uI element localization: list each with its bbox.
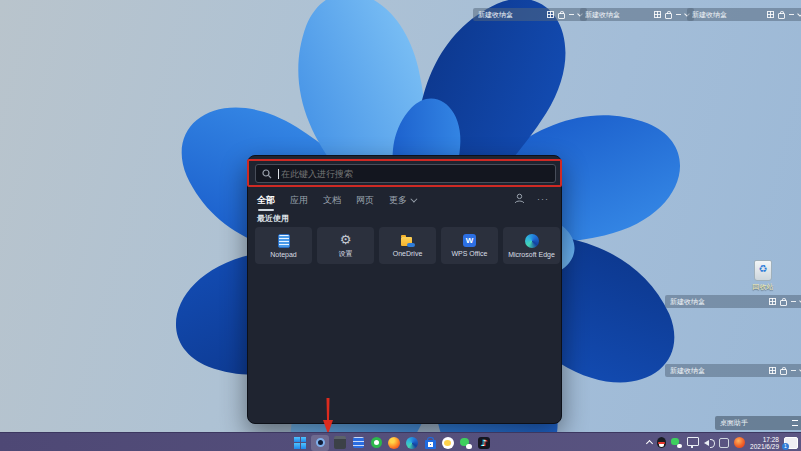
taskbar-search-button[interactable] (311, 435, 329, 451)
minimize-icon[interactable] (791, 301, 796, 302)
lock-icon[interactable] (665, 13, 672, 19)
grid-icon[interactable] (547, 11, 554, 18)
minimize-icon[interactable] (569, 14, 574, 15)
organizer-box-title: 新建收纳盒 (478, 10, 513, 20)
organizer-box-title: 新建收纳盒 (670, 297, 705, 307)
app-tile-edge[interactable]: Microsoft Edge (503, 227, 560, 264)
grid-icon[interactable] (769, 367, 776, 374)
system-tray: 17:28 2021/6/29 1 (647, 433, 798, 451)
app-tile-settings[interactable]: ⚙ 设置 (317, 227, 374, 264)
recycle-bin-icon (754, 260, 772, 281)
search-input[interactable] (281, 169, 521, 179)
tray-expand-chevron-icon[interactable] (646, 440, 653, 447)
taskbar-center-icons: ♪ (293, 434, 491, 451)
minimize-icon[interactable] (676, 14, 681, 15)
account-icon[interactable] (514, 193, 525, 204)
minimize-icon[interactable] (791, 370, 796, 371)
chevron-down-icon[interactable] (797, 11, 801, 17)
wps-icon: W (463, 234, 476, 247)
organizer-box-header[interactable]: 新建收纳盒 (473, 8, 587, 21)
organizer-box-header[interactable]: 新建收纳盒 (665, 364, 801, 377)
organizer-box-title: 新建收纳盒 (670, 366, 705, 376)
grid-icon[interactable] (769, 298, 776, 305)
recycle-bin-label: 回收站 (750, 282, 776, 292)
green-app-icon (371, 437, 382, 448)
notification-center-button[interactable]: 1 (784, 437, 798, 449)
microsoft-store-icon (425, 440, 436, 449)
section-title: 最近使用 (257, 213, 289, 224)
text-caret (278, 169, 279, 179)
app-tile-notepad[interactable]: Notepad (255, 227, 312, 264)
start-button[interactable] (293, 436, 307, 450)
documents-icon (353, 437, 364, 448)
clock-time: 17:28 (763, 436, 779, 443)
wechat-icon (460, 437, 472, 449)
grid-icon[interactable] (654, 11, 661, 18)
search-icon (316, 438, 325, 447)
chevron-down-icon (410, 196, 417, 203)
recycle-bin[interactable]: 回收站 (750, 260, 776, 292)
lock-icon[interactable] (780, 369, 787, 375)
taskbar-app-store[interactable] (423, 436, 437, 450)
360-icon[interactable] (734, 437, 745, 448)
app-label: 设置 (339, 249, 353, 259)
taskbar-app-firefox[interactable] (387, 436, 401, 450)
edge-icon (406, 437, 418, 449)
tab-apps[interactable]: 应用 (290, 194, 308, 207)
taskbar-app-wechat[interactable] (459, 436, 473, 450)
taskbar-clock[interactable]: 17:28 2021/6/29 (750, 436, 779, 450)
organizer-box-title: 新建收纳盒 (692, 10, 727, 20)
desktop-assistant-bar[interactable]: 桌面助手 (715, 416, 801, 430)
taskbar-app-documents[interactable] (351, 436, 365, 450)
lock-icon[interactable] (558, 13, 565, 19)
taskbar-app-edge[interactable] (405, 436, 419, 450)
yellow-app-icon (442, 437, 454, 449)
tab-web[interactable]: 网页 (356, 194, 374, 207)
task-view-icon (334, 436, 346, 449)
annotation-arrow (321, 398, 335, 434)
minimize-icon[interactable] (789, 14, 794, 15)
app-tile-onedrive[interactable]: OneDrive (379, 227, 436, 264)
clock-date: 2021/6/29 (750, 443, 779, 450)
douyin-icon: ♪ (478, 437, 490, 449)
tab-more[interactable]: 更多 (389, 194, 415, 207)
windows-start-icon (294, 437, 306, 449)
edge-icon (525, 234, 539, 248)
taskbar: ♪ 17:28 2021/6/29 1 (0, 432, 801, 451)
more-options-icon[interactable]: ··· (537, 196, 549, 202)
search-panel: 全部 应用 文档 网页 更多 ··· 最近使用 Notepad ⚙ 设置 (247, 155, 562, 424)
tab-all[interactable]: 全部 (257, 194, 275, 207)
search-icon (262, 169, 272, 179)
lock-icon[interactable] (780, 300, 787, 306)
notification-badge: 1 (782, 443, 789, 450)
grid-icon[interactable] (767, 11, 774, 18)
organizer-box-header[interactable]: 新建收纳盒 (665, 295, 801, 308)
ime-icon[interactable] (719, 438, 729, 448)
taskbar-app-douyin[interactable]: ♪ (477, 436, 491, 450)
menu-icon[interactable] (792, 420, 798, 426)
app-label: OneDrive (393, 250, 423, 257)
organizer-box-header[interactable]: 新建收纳盒 (580, 8, 694, 21)
qq-icon[interactable] (657, 437, 666, 448)
taskbar-app-yellow[interactable] (441, 436, 455, 450)
search-filter-tabs: 全部 应用 文档 网页 更多 (257, 194, 415, 207)
onedrive-icon (401, 235, 415, 247)
taskbar-app-window[interactable] (333, 436, 347, 450)
firefox-icon (388, 437, 400, 449)
taskbar-app-green[interactable] (369, 436, 383, 450)
lock-icon[interactable] (778, 13, 785, 19)
display-icon[interactable] (687, 437, 699, 446)
app-label: Notepad (270, 251, 296, 258)
settings-gear-icon: ⚙ (340, 233, 352, 246)
app-tile-wps[interactable]: W WPS Office (441, 227, 498, 264)
app-label: WPS Office (451, 250, 487, 257)
tab-documents[interactable]: 文档 (323, 194, 341, 207)
desktop: 新建收纳盒 新建收纳盒 新建收纳盒 回收站 新建收纳盒 新建收纳盒 桌面助手 (0, 0, 801, 451)
organizer-box-header[interactable]: 新建收纳盒 (687, 8, 801, 21)
app-label: Microsoft Edge (508, 251, 555, 258)
organizer-box-title: 新建收纳盒 (585, 10, 620, 20)
wechat-icon[interactable] (671, 438, 682, 448)
search-box[interactable] (255, 164, 556, 183)
recent-apps: Notepad ⚙ 设置 OneDrive W WPS Office Micro… (255, 227, 560, 264)
volume-icon[interactable] (704, 438, 714, 447)
